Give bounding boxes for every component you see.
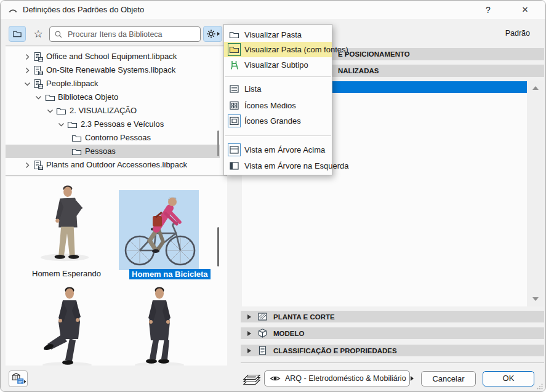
folder-icon (228, 28, 241, 41)
tree-item[interactable]: Office and School Equipment.libpack (6, 50, 220, 63)
section-header-model[interactable]: MODELO (241, 327, 544, 339)
settings-scrollbar[interactable] (527, 81, 544, 306)
gear-icon (206, 29, 216, 39)
menu-item-visualizar-pasta[interactable]: Visualizar Pasta (224, 27, 332, 42)
folder-view-toggle-button[interactable] (9, 26, 26, 42)
chevron-right-icon[interactable] (22, 160, 33, 170)
tree-above-icon (228, 143, 241, 156)
search-icon (54, 30, 63, 39)
folder-icon (45, 92, 55, 103)
chevron-down-icon[interactable] (45, 106, 55, 116)
title-bar: Definições dos Padrões do Objeto ? × (1, 1, 545, 19)
medium-icons-icon (228, 99, 241, 112)
thumbnail-seated-man-2[interactable] (129, 286, 190, 366)
section-header-plan-section[interactable]: PLANTA E CORTE (241, 311, 544, 322)
tree-item-label: Plants and Outdoor Accessories.libpack (46, 158, 187, 172)
tree-item-label: Pessoas (85, 145, 116, 158)
tree-preview-separator (6, 175, 227, 176)
tree-item-label: 2.3 Pessoas e Veículos (81, 118, 164, 131)
menu-item-label: Visualizar Pasta (com fontes) (244, 45, 348, 54)
footer-separator (241, 362, 544, 363)
tree-left-icon (228, 159, 241, 172)
section-header-classification-properties[interactable]: CLASSIFICAÇÃO E PROPRIEDADES (241, 345, 544, 356)
menu-item-label: Vista em Árvore na Esquerda (244, 161, 349, 170)
plan-section-icon (257, 311, 268, 322)
chevron-down-icon[interactable] (56, 119, 66, 130)
tree-item-selected[interactable]: Pessoas (6, 145, 220, 158)
default-badge: Padrão (505, 29, 530, 38)
libpack-icon (33, 79, 44, 89)
libpack-icon (33, 52, 44, 62)
thumbnail-label[interactable]: Homem Esperando (20, 269, 113, 278)
thumbnail-homem-na-bicicleta[interactable] (119, 190, 199, 270)
resize-grip[interactable] (537, 383, 543, 390)
tree-item-label: Contorno Pessoas (85, 131, 151, 145)
object-default-settings-dialog: Definições dos Padrões do Objeto ? × ☆ O… (0, 0, 546, 392)
tree-item[interactable]: Plants and Outdoor Accessories.libpack (6, 158, 220, 172)
cancel-button[interactable]: Cancelar (421, 371, 476, 386)
library-manager-button[interactable] (9, 370, 28, 387)
search-input[interactable] (66, 30, 200, 39)
section-header-label: NALIZADAS (338, 67, 379, 74)
menu-item-label: Vista em Árvore Acima (244, 145, 325, 154)
thumbnail-scrollbar-thumb[interactable] (217, 227, 219, 266)
thumbnail-label-selected[interactable]: Homem na Bicicleta (129, 269, 211, 279)
layer-selector[interactable]: ARQ - Eletrodoméstico & Mobiliário (264, 370, 410, 386)
chevron-down-icon[interactable] (22, 79, 33, 89)
cube-icon (257, 328, 268, 338)
folder-icon (56, 106, 66, 116)
thumbnail-seated-man-1[interactable] (38, 286, 99, 366)
folder-icon (12, 29, 22, 39)
properties-doc-icon (257, 345, 268, 356)
library-search (49, 26, 201, 42)
menu-item-label: Ícones Grandes (244, 116, 301, 126)
object-arc-icon (8, 5, 18, 15)
menu-item-icones-grandes[interactable]: Ícones Grandes (224, 113, 332, 128)
folder-icon (71, 133, 82, 143)
folder-sources-icon (228, 43, 241, 56)
chevron-right-icon[interactable] (22, 52, 33, 62)
collapsed-triangle-icon (247, 331, 251, 336)
tree-item[interactable]: 2. VISUALIZAÇÃO (6, 104, 220, 118)
tree-item[interactable]: On-Site Renewable Systems.libpack (6, 63, 220, 77)
chevron-down-icon[interactable] (33, 92, 44, 103)
close-button[interactable]: × (512, 1, 538, 19)
section-header-label: MODELO (273, 330, 304, 337)
tree-scrollbar-thumb[interactable] (217, 130, 219, 156)
menu-separator (225, 76, 331, 77)
collapsed-triangle-icon (247, 314, 251, 319)
section-header-label: CLASSIFICAÇÃO E PROPRIEDADES (273, 347, 397, 354)
menu-item-visualizar-subtipo[interactable]: Visualizar Subtipo (224, 57, 332, 72)
libpack-icon (33, 160, 44, 170)
menu-separator (225, 135, 331, 136)
menu-item-icones-medios[interactable]: Ícones Médios (224, 98, 332, 113)
folder-icon (71, 146, 82, 157)
folder-icon (67, 119, 78, 130)
chevron-right-icon[interactable] (22, 65, 33, 76)
menu-item-lista[interactable]: Lista (224, 81, 332, 96)
combo-arrow-icon (411, 376, 414, 381)
thumbnail-homem-esperando[interactable] (33, 184, 100, 265)
menu-item-visualizar-pasta-com-fontes[interactable]: Visualizar Pasta (com fontes) (224, 42, 332, 57)
eye-icon (270, 375, 281, 382)
view-settings-menu: Visualizar Pasta Visualizar Pasta (com f… (223, 24, 332, 175)
tree-item[interactable]: People.libpack (6, 77, 220, 90)
ok-button[interactable]: OK (483, 371, 534, 386)
tree-item[interactable]: Contorno Pessoas (6, 131, 220, 145)
menu-item-label: Visualizar Pasta (244, 30, 302, 39)
scroll-down-arrow[interactable] (532, 297, 539, 301)
layer-selector-value: ARQ - Eletrodoméstico & Mobiliário (285, 374, 406, 383)
scroll-up-arrow[interactable] (532, 86, 539, 90)
favorites-button[interactable]: ☆ (30, 26, 47, 42)
object-browser: Homem Esperando Homem na Bicicleta (6, 177, 227, 366)
help-button[interactable]: ? (475, 1, 501, 19)
list-view-icon (228, 82, 241, 95)
menu-item-vista-arvore-esquerda[interactable]: Vista em Árvore na Esquerda (224, 158, 332, 173)
menu-item-vista-arvore-acima[interactable]: Vista em Árvore Acima (224, 142, 332, 157)
chair-icon (228, 58, 241, 71)
tree-item[interactable]: Biblioteca Objeto (6, 90, 220, 104)
view-settings-button[interactable] (203, 26, 222, 42)
menu-arrow-icon (217, 32, 220, 36)
section-header-label: PLANTA E CORTE (273, 313, 335, 321)
tree-item[interactable]: 2.3 Pessoas e Veículos (6, 118, 220, 131)
